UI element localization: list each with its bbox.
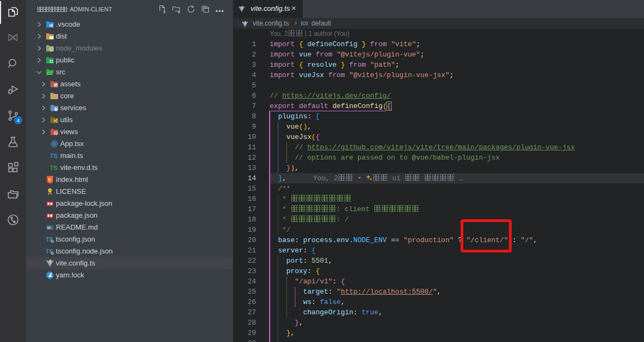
- svg-text:TS: TS: [50, 153, 58, 159]
- svg-text:</>: </>: [48, 72, 53, 75]
- svg-text:TS: TS: [50, 164, 58, 171]
- svg-text:M↓: M↓: [47, 225, 53, 230]
- svg-text:5: 5: [48, 177, 51, 182]
